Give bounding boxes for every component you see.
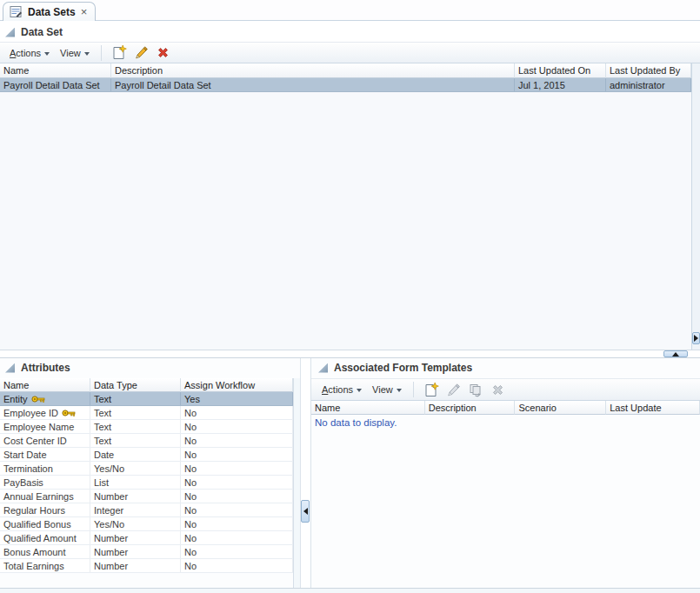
actions-menu-button[interactable]: Actions bbox=[4, 46, 55, 60]
collapse-left-button[interactable] bbox=[301, 500, 310, 523]
attribute-row[interactable]: Employee ID Text No bbox=[0, 406, 293, 420]
attribute-row[interactable]: Regular Hours Integer No bbox=[0, 503, 293, 517]
new-page-star-icon bbox=[110, 44, 128, 61]
disclosure-triangle-icon[interactable] bbox=[5, 363, 15, 373]
application-window: Data Sets × Data Set Actions View bbox=[0, 0, 700, 593]
actions-menu-button[interactable]: Actions bbox=[317, 383, 367, 396]
tab-close-icon[interactable]: × bbox=[81, 6, 88, 17]
column-header-last-updated-on[interactable]: Last Updated On bbox=[515, 63, 606, 78]
vertical-scrollbar[interactable] bbox=[293, 378, 300, 588]
view-menu-button[interactable]: View bbox=[55, 46, 95, 60]
attribute-data-type: Number bbox=[90, 490, 181, 503]
cell-last-updated-by: administrator bbox=[606, 78, 691, 91]
new-button[interactable] bbox=[420, 381, 443, 399]
tab-data-sets[interactable]: Data Sets × bbox=[3, 2, 96, 21]
attribute-name: Employee Name bbox=[3, 422, 74, 432]
column-header-assign-workflow[interactable]: Assign Workflow bbox=[181, 378, 293, 392]
column-header-name[interactable]: Name bbox=[311, 401, 425, 415]
view-menu-label: View bbox=[60, 48, 81, 58]
disclosure-triangle-icon[interactable] bbox=[318, 363, 328, 373]
collapse-right-button[interactable] bbox=[692, 332, 700, 344]
attribute-workflow: No bbox=[181, 559, 293, 572]
key-icon bbox=[62, 409, 76, 417]
data-set-panel-title: Data Set bbox=[21, 26, 63, 38]
triangle-left-icon bbox=[303, 508, 308, 515]
delete-button[interactable] bbox=[152, 43, 174, 62]
attribute-row[interactable]: Cost Center ID Text No bbox=[0, 434, 293, 448]
chevron-down-icon bbox=[357, 389, 362, 392]
attribute-data-type: Number bbox=[90, 545, 181, 558]
attribute-workflow: No bbox=[181, 476, 293, 489]
column-header-last-updated-by[interactable]: Last Updated By bbox=[606, 63, 691, 78]
attribute-row[interactable]: Employee Name Text No bbox=[0, 420, 293, 434]
attributes-table-header: Name Data Type Assign Workflow bbox=[0, 378, 293, 392]
no-data-message: No data to display. bbox=[315, 417, 397, 428]
attribute-workflow: No bbox=[181, 420, 293, 433]
edit-button[interactable] bbox=[130, 43, 152, 62]
form-templates-panel: Associated Form Templates Actions View bbox=[310, 358, 700, 588]
attribute-name: Start Date bbox=[3, 450, 47, 460]
collapse-up-button[interactable] bbox=[663, 350, 688, 357]
edit-button-disabled[interactable] bbox=[443, 381, 464, 399]
data-set-table-row[interactable]: Payroll Detail Data Set Payroll Detail D… bbox=[0, 78, 691, 92]
attribute-name: PayBasis bbox=[3, 477, 43, 488]
new-button[interactable] bbox=[108, 43, 130, 62]
attribute-name: Qualified Amount bbox=[3, 533, 77, 543]
form-templates-table-header: Name Description Scenario Last Update bbox=[311, 401, 700, 415]
vertical-splitter[interactable] bbox=[300, 358, 310, 588]
attribute-workflow: No bbox=[181, 531, 293, 544]
horizontal-splitter[interactable] bbox=[0, 350, 700, 358]
disclosure-triangle-icon[interactable] bbox=[5, 28, 15, 37]
column-header-name[interactable]: Name bbox=[0, 378, 90, 392]
attributes-panel: Attributes Name Data Type Assign Workflo… bbox=[0, 358, 300, 588]
attribute-row[interactable]: Start Date Date No bbox=[0, 448, 293, 462]
attribute-data-type: Text bbox=[90, 420, 181, 433]
attribute-row[interactable]: Total Earnings Number No bbox=[0, 559, 293, 573]
column-header-scenario[interactable]: Scenario bbox=[515, 401, 606, 415]
actions-menu-label: Actions bbox=[10, 48, 41, 58]
attribute-row[interactable]: PayBasis List No bbox=[0, 476, 293, 490]
tab-label: Data Sets bbox=[28, 6, 76, 18]
attribute-row[interactable]: Bonus Amount Number No bbox=[0, 545, 293, 559]
cell-description: Payroll Detail Data Set bbox=[111, 78, 515, 91]
attribute-data-type: Yes/No bbox=[90, 517, 181, 530]
attribute-workflow: No bbox=[181, 462, 293, 475]
triangle-right-icon bbox=[694, 335, 698, 342]
column-header-last-update[interactable]: Last Update bbox=[606, 401, 700, 415]
toolbar-separator bbox=[413, 382, 414, 397]
attribute-row[interactable]: Qualified Bonus Yes/No No bbox=[0, 517, 293, 531]
column-header-data-type[interactable]: Data Type bbox=[90, 378, 181, 392]
attribute-data-type: List bbox=[90, 476, 181, 489]
attribute-workflow: No bbox=[181, 490, 293, 503]
attribute-data-type: Yes/No bbox=[90, 462, 181, 475]
attribute-data-type: Text bbox=[90, 392, 181, 405]
column-header-name[interactable]: Name bbox=[0, 63, 111, 78]
data-set-table-empty-area bbox=[0, 92, 691, 350]
attribute-data-type: Number bbox=[90, 531, 181, 544]
attribute-row[interactable]: Annual Earnings Number No bbox=[0, 490, 293, 503]
copy-pages-arrow-icon bbox=[467, 382, 484, 398]
column-header-description[interactable]: Description bbox=[111, 63, 515, 78]
attribute-row[interactable]: Termination Yes/No No bbox=[0, 462, 293, 476]
chevron-down-icon bbox=[44, 52, 50, 56]
bottom-edge bbox=[0, 588, 700, 593]
attribute-workflow: No bbox=[181, 545, 293, 558]
attribute-workflow: No bbox=[181, 448, 293, 461]
form-templates-panel-title: Associated Form Templates bbox=[334, 362, 472, 374]
attribute-row[interactable]: Entity Text Yes bbox=[0, 392, 293, 406]
pencil-icon bbox=[445, 382, 462, 398]
tab-bar: Data Sets × bbox=[0, 0, 700, 21]
move-button-disabled[interactable] bbox=[464, 381, 487, 399]
attribute-name: Employee ID bbox=[3, 408, 58, 418]
attributes-panel-title: Attributes bbox=[21, 362, 70, 374]
chevron-down-icon bbox=[84, 52, 90, 56]
view-menu-button[interactable]: View bbox=[367, 383, 407, 396]
vertical-scrollbar[interactable] bbox=[691, 63, 700, 350]
data-set-panel: Data Set Actions View bbox=[0, 21, 700, 350]
view-menu-label: View bbox=[372, 384, 393, 395]
attribute-workflow: Yes bbox=[181, 392, 293, 405]
column-header-description[interactable]: Description bbox=[425, 401, 516, 415]
attribute-row[interactable]: Qualified Amount Number No bbox=[0, 531, 293, 545]
attribute-workflow: No bbox=[181, 503, 293, 516]
delete-button-disabled[interactable] bbox=[487, 381, 509, 399]
